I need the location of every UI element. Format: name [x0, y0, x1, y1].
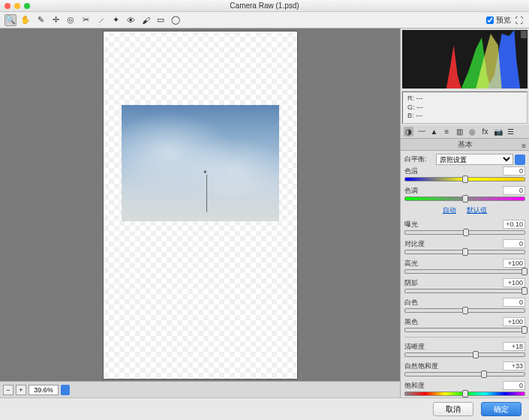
radial-filter-icon[interactable]: ◯ — [170, 14, 182, 26]
slider-value-input[interactable]: 0 — [503, 381, 525, 390]
zoom-bar: − + 39.6% — [0, 381, 400, 398]
zoom-tool-icon[interactable]: 🔍 — [5, 14, 17, 26]
tab-split-tone-icon[interactable]: ▥ — [455, 127, 464, 136]
slider-track[interactable] — [404, 230, 525, 235]
slider-track[interactable] — [404, 177, 525, 182]
wb-label: 白平衡: — [404, 154, 436, 164]
slider-thumb[interactable] — [481, 370, 487, 378]
slider-thumb[interactable] — [521, 326, 527, 334]
preview-checkbox-input[interactable] — [486, 16, 494, 24]
fullscreen-icon[interactable]: ⛶ — [512, 14, 524, 26]
slider-label: 自然饱和度 — [404, 362, 438, 371]
zoom-out-button[interactable]: − — [3, 385, 14, 395]
panel-title: 基本 ≡ — [401, 139, 529, 151]
slider-track[interactable] — [404, 328, 525, 332]
slider-row-9: 自然饱和度+33 — [404, 362, 525, 376]
canvas-area: − + 39.6% — [0, 28, 400, 398]
hand-tool-icon[interactable]: ✋ — [20, 14, 32, 26]
slider-value-input[interactable]: +0.10 — [503, 220, 525, 229]
slider-thumb[interactable] — [462, 307, 468, 314]
slider-value-input[interactable]: +33 — [503, 362, 525, 370]
slider-label: 色调 — [404, 186, 418, 196]
slider-track[interactable] — [404, 308, 525, 313]
slider-thumb[interactable] — [462, 195, 468, 202]
auto-link[interactable]: 自动 — [443, 206, 456, 214]
panel-body: 白平衡: 原照设置 色温0色调0 自动 默认值 曝光+0.10对比度0高光+10… — [401, 151, 529, 398]
panel-menu-icon[interactable]: ≡ — [521, 140, 526, 152]
tab-curve-icon[interactable]: 〰 — [416, 127, 426, 136]
slider-thumb[interactable] — [521, 268, 527, 275]
histogram[interactable] — [402, 30, 527, 88]
document-artboard[interactable] — [103, 31, 298, 380]
eyedropper-white-balance-icon[interactable]: ✎ — [35, 14, 47, 26]
top-toolbar: 🔍 ✋ ✎ ✛ ◎ ✂ ⟋ ✦ 👁 🖌 ▭ ◯ 预览 ⛶ — [0, 12, 529, 28]
slider-value-input[interactable]: 0 — [503, 166, 525, 176]
slider-value-input[interactable]: 0 — [503, 239, 525, 248]
wb-dropdown-icon[interactable] — [515, 154, 525, 165]
zoom-window-icon[interactable] — [24, 3, 30, 9]
slider-label: 对比度 — [404, 239, 425, 249]
slider-value-input[interactable]: +100 — [503, 278, 525, 287]
tab-basic-icon[interactable]: ◑ — [404, 127, 413, 136]
slider-thumb[interactable] — [473, 351, 479, 358]
wb-select[interactable]: 原照设置 — [436, 154, 513, 165]
close-window-icon[interactable] — [5, 3, 11, 9]
ok-button[interactable]: 确定 — [481, 402, 521, 416]
slider-value-input[interactable]: +100 — [503, 317, 525, 326]
slider-label: 饱和度 — [404, 381, 425, 391]
slider-row-10: 饱和度0 — [404, 381, 525, 396]
adjustment-brush-icon[interactable]: 🖌 — [140, 14, 152, 26]
slider-thumb[interactable] — [462, 176, 468, 183]
tab-presets-icon[interactable]: ☰ — [506, 127, 515, 136]
slider-track[interactable] — [404, 372, 525, 376]
graduated-filter-icon[interactable]: ▭ — [155, 14, 167, 26]
tab-lens-icon[interactable]: ◎ — [467, 127, 477, 136]
slider-label: 高光 — [404, 259, 418, 268]
tab-camera-icon[interactable]: 📷 — [493, 127, 503, 136]
window-title: Camera Raw (1.psd) — [230, 2, 299, 10]
tab-fx-icon[interactable]: fx — [480, 127, 490, 136]
slider-row-3: 对比度0 — [404, 239, 525, 254]
slider-thumb[interactable] — [521, 287, 527, 295]
minimize-window-icon[interactable] — [14, 3, 20, 9]
slider-track[interactable] — [404, 250, 525, 254]
zoom-dropdown-icon[interactable] — [61, 385, 70, 395]
tab-detail-icon[interactable]: ▲ — [429, 127, 439, 136]
slider-thumb[interactable] — [463, 229, 469, 236]
default-link[interactable]: 默认值 — [467, 206, 487, 214]
slider-value-input[interactable]: 0 — [503, 186, 525, 195]
zoom-value[interactable]: 39.6% — [29, 385, 59, 395]
slider-label: 曝光 — [404, 220, 418, 230]
targeted-adjust-icon[interactable]: ◎ — [65, 14, 77, 26]
crop-tool-icon[interactable]: ✂ — [80, 14, 92, 26]
adjust-tab-strip: ◑ 〰 ▲ ≡ ▥ ◎ fx 📷 ☰ — [401, 125, 529, 139]
slider-track[interactable] — [404, 289, 525, 293]
red-eye-icon[interactable]: 👁 — [125, 14, 137, 26]
slider-value-input[interactable]: +18 — [503, 342, 525, 351]
slider-thumb[interactable] — [462, 248, 468, 256]
color-sampler-icon[interactable]: ✛ — [50, 14, 62, 26]
slider-label: 色温 — [404, 166, 418, 176]
slider-label: 清晰度 — [404, 342, 425, 352]
slider-row-8: 清晰度+18 — [404, 342, 525, 357]
slider-label: 黑色 — [404, 317, 418, 327]
slider-value-input[interactable]: 0 — [503, 298, 525, 307]
dialog-footer: 取消 确定 — [0, 398, 529, 420]
slider-track[interactable] — [404, 352, 525, 357]
preview-checkbox[interactable]: 预览 — [486, 15, 511, 26]
slider-track[interactable] — [404, 392, 525, 396]
slider-label: 阴影 — [404, 278, 418, 288]
zoom-in-button[interactable]: + — [16, 385, 26, 395]
slider-value-input[interactable]: +100 — [503, 259, 525, 268]
slider-row-2: 曝光+0.10 — [404, 220, 525, 235]
slider-track[interactable] — [404, 196, 525, 201]
cancel-button[interactable]: 取消 — [433, 402, 473, 416]
straighten-tool-icon[interactable]: ⟋ — [95, 14, 107, 26]
preview-label: 预览 — [496, 15, 511, 26]
slider-row-7: 黑色+100 — [404, 317, 525, 332]
spot-removal-icon[interactable]: ✦ — [110, 14, 122, 26]
tab-hsl-icon[interactable]: ≡ — [442, 127, 452, 136]
rgb-readout: R: --- G: --- B: --- — [402, 92, 527, 124]
slider-thumb[interactable] — [462, 390, 468, 398]
slider-track[interactable] — [404, 269, 525, 274]
